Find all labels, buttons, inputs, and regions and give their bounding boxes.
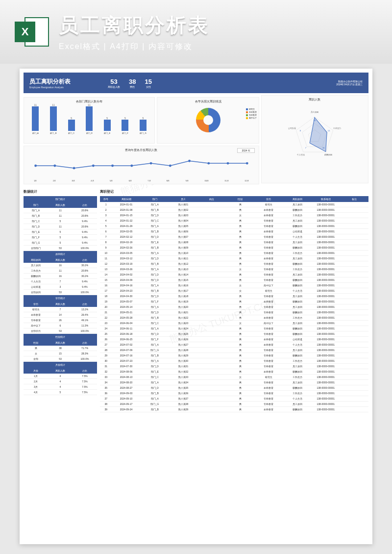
month-label: 8月	[167, 179, 170, 182]
stat-group: 性别统计性别离职人数占比男3871.7%女1528.3%全部53100.0%	[24, 334, 97, 362]
table-row: 352024-08-27部门_D熊小美35男本科教育薪酬原因138-0000-0…	[100, 385, 368, 391]
svg-point-9	[207, 162, 210, 165]
table-row: 3月47.5%	[24, 384, 97, 390]
stats-sidebar: 数据统计 部门统计部门离职人数占比部门_A1120.8%部门_B1120.8%部…	[24, 187, 97, 412]
group-header: 原因统计	[24, 251, 97, 257]
svg-point-2	[73, 167, 75, 169]
svg-text:3: 3	[300, 129, 301, 132]
excel-icon: X	[15, 15, 49, 49]
svg-point-10	[227, 162, 229, 165]
bar: 5部门_C	[64, 117, 79, 134]
svg-point-11	[246, 162, 248, 165]
month-label: 2月	[53, 179, 56, 182]
bar: 11部门_D	[82, 103, 97, 134]
table-row: 本科教育1426.4%	[24, 312, 97, 318]
table-row: 322024-08-06部门_E熊小美32男本科教育薪酬原因138-0000-0…	[100, 369, 368, 375]
table-row: 272024-07-02部门_A熊小美27男本科教育个人生活138-0000-0…	[100, 342, 368, 348]
table-row: 女1528.3%	[24, 351, 97, 356]
month-label: 6月	[129, 179, 132, 182]
report-subtitle: Employee Resignation Analysis	[29, 86, 98, 89]
table-row: 362024-09-03部门_B熊小美36男专科教育工作压力138-0000-0…	[100, 391, 368, 396]
legend-item: 研究生	[246, 108, 257, 110]
stat-group: 原因统计离职原因离职人数占比员工原因1630.2%工作压力1120.8%薪酬原因…	[24, 251, 97, 295]
stat-group: 月份统计月份离职人数占比1月47.5%2月47.5%3月47.5%4月57.5%	[24, 362, 97, 395]
resignation-log: 离职登记 序号离职日期部门员工岗位性别学历离职原因联系电话备注 12024-01…	[100, 187, 368, 412]
banner-title: 员工离职分析表	[59, 12, 210, 39]
table-row: 382024-09-17部门_G熊小美38男专科教育员工原因138-0000-0…	[100, 402, 368, 407]
donut-chart: 各学历层次离职情况 研究生本科教育专科教育高中以下	[157, 97, 259, 144]
table-row: 372024-09-10部门_A熊小美37男专科教育个人生活138-0000-0…	[100, 396, 368, 402]
table-row: 172024-04-23部门_B熊小美17女研究生个人生活138-0000-00…	[100, 288, 368, 294]
table-row: 部门_C59.4%	[24, 219, 97, 224]
svg-point-1	[53, 165, 56, 167]
table-row: 252024-06-18部门_D熊小美25男专科教育薪酬原因138-0000-0…	[100, 331, 368, 337]
svg-point-0	[34, 165, 37, 167]
table-row: 个人生活79.4%	[24, 279, 97, 284]
table-row: 72024-02-12部门_D熊小美07男专科教育个人生活138-0000-00…	[100, 234, 368, 240]
svg-text:7: 7	[305, 147, 307, 149]
svg-text:11: 11	[328, 129, 330, 132]
bar-chart: 各部门离职人数分布 11部门_A11部门_B5部门_C11部门_D5部门_E5部…	[24, 97, 155, 144]
table-row: 342024-08-20部门_A熊小美34男专科教育员工原因138-0000-0…	[100, 380, 368, 385]
table-row: 全部53100.0%	[24, 356, 97, 362]
bar: 5部门_F	[118, 117, 133, 134]
table-row: 男3871.7%	[24, 346, 97, 351]
table-row: 全部原因53100.0%	[24, 290, 97, 295]
table-row: 132024-03-26部门_A熊小美13女专科教育工作压力138-0000-0…	[100, 267, 368, 272]
svg-text:16: 16	[314, 119, 316, 122]
table-row: 142024-04-02部门_D熊小美14男专科教育员工原因138-0000-0…	[100, 272, 368, 277]
month-label: 7月	[147, 179, 150, 182]
group-header: 月份统计	[24, 362, 97, 368]
table-row: 高中以下611.3%	[24, 323, 97, 328]
table-row: 42024-01-22部门_C熊小美04男专科教育员工原因138-0000-00…	[100, 218, 368, 224]
document-preview: 熊猫办公 TUKUPPT.COM 熊猫办公 TUKUPPT.COM 员工离职分析…	[20, 69, 372, 544]
table-row: 薪酬原因1630.2%	[24, 274, 97, 279]
table-row: 工作压力1120.8%	[24, 268, 97, 274]
table-row: 部门_B1120.8%	[24, 213, 97, 219]
table-row: 82024-02-19部门_E熊小美08男专科教育员工原因138-0000-00…	[100, 240, 368, 245]
stat-group: 学历统计学历离职人数占比研究生713.2%本科教育1426.4%专科教育2649…	[24, 295, 97, 334]
table-row: 242024-06-11部门_A熊小美24男专科教育薪酬原因138-0000-0…	[100, 326, 368, 331]
svg-text:薪酬原因: 薪酬原因	[325, 153, 333, 156]
table-row: 102024-03-05部门_A熊小美10男专科教育工作压力138-0000-0…	[100, 251, 368, 256]
table-row: 182024-04-30部门_D熊小美18男专科教育员工原因138-0000-0…	[100, 294, 368, 299]
month-label: 1月	[34, 179, 37, 182]
chart-title: 离职人数	[264, 98, 366, 102]
table-row: 162024-04-16部门_A熊小美16女高中以下薪酬原因138-0000-0…	[100, 283, 368, 288]
table-row: 122024-03-19部门_B熊小美12男专科教育薪酬原因138-0000-0…	[100, 261, 368, 267]
bar: 5部门_E	[99, 117, 115, 134]
svg-point-7	[169, 165, 172, 167]
legend-item: 高中以下	[246, 117, 257, 119]
table-row: 部门_E59.4%	[24, 229, 97, 235]
legend-item: 本科教育	[246, 111, 257, 113]
table-row: 392024-09-24部门_B熊小美39男本科教育薪酬原因138-0000-0…	[100, 407, 368, 412]
table-row: 112024-03-12部门_D熊小美11男本科教育员工原因138-0000-0…	[100, 256, 368, 261]
table-row: 全部学历53100.0%	[24, 328, 97, 334]
line-chart: 查询年度各月份离职人数 2024 年 1月2月3月4月5月6月7月8月9月10月…	[24, 146, 259, 184]
svg-text:公司辞退: 公司辞退	[288, 127, 296, 129]
promo-banner: X 员工离职分析表 Excel格式 | A4打印 | 内容可修改	[0, 0, 392, 64]
svg-point-4	[111, 165, 114, 167]
month-label: 9月	[186, 179, 189, 182]
table-row: 2月47.5%	[24, 379, 97, 384]
chart-title: 查询年度各月份离职人数	[26, 148, 257, 152]
month-label: 4月	[91, 179, 94, 182]
svg-text:工作压力: 工作压力	[333, 127, 341, 129]
group-header: 性别统计	[24, 334, 97, 340]
table-row: 332024-08-13部门_C熊小美33女研究生工作压力138-0000-00…	[100, 375, 368, 380]
bar: 5部门_G	[136, 117, 151, 134]
year-selector[interactable]: 2024 年	[237, 148, 255, 153]
stat-group: 部门统计部门离职人数占比部门_A1120.8%部门_B1120.8%部门_C59…	[24, 196, 97, 251]
table-row: 152024-04-09部门_D熊小美15男专科教育薪酬原因138-0000-0…	[100, 277, 368, 283]
table-row: 222024-05-28部门_B熊小美22男本科教育工作压力138-0000-0…	[100, 315, 368, 321]
report-date: 2024年04月17日 星期三	[336, 83, 363, 86]
table-row: 1月47.5%	[24, 374, 97, 379]
report-title: 员工离职分析表	[29, 77, 98, 86]
table-row: 部门_A1120.8%	[24, 208, 97, 213]
table-row: 12024-01-01部门_A熊小美01男研究生员工原因138-0000-000…	[100, 202, 368, 207]
table-row: 部门_G59.4%	[24, 240, 97, 246]
svg-text:个人生活: 个人生活	[297, 153, 305, 156]
table-row: 员工原因1630.2%	[24, 263, 97, 268]
bar: 11部门_A	[28, 103, 43, 134]
table-row: 262024-06-25部门_F熊小美26男本科教育公司辞退138-0000-0…	[100, 337, 368, 342]
